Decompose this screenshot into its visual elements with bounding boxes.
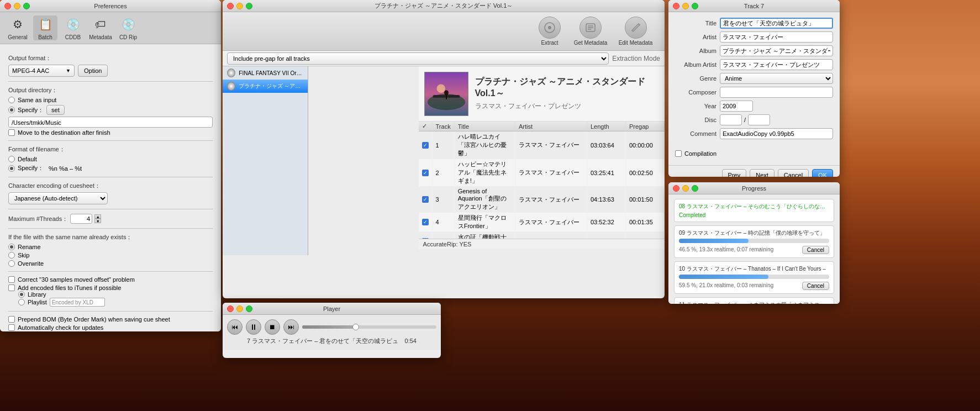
track-title-1: ハッピー☆マテリアル「魔法先生ネギま!」 [454, 159, 515, 187]
maximize-button[interactable] [23, 3, 30, 9]
format-select[interactable]: MPEG-4 AAC ▼ [8, 65, 75, 77]
track-check-0[interactable]: ✓ [422, 142, 429, 149]
form-genre-select[interactable]: Anime [720, 73, 833, 84]
set-button[interactable]: set [46, 105, 65, 115]
track7-minimize[interactable] [682, 3, 689, 9]
form-row-year: Year [675, 101, 833, 112]
compilation-checkbox[interactable] [675, 150, 682, 157]
minimize-button[interactable] [14, 3, 20, 9]
extract-button[interactable]: Extract [530, 17, 569, 46]
spinner-up[interactable]: ▲ [94, 214, 101, 219]
get-metadata-button[interactable]: Get Metadata [571, 17, 610, 46]
encoding-select[interactable]: Japanese (Auto-detect) [8, 192, 108, 204]
next-button[interactable]: Next [750, 169, 774, 177]
form-row-album: Album [675, 45, 833, 56]
player-rewind[interactable]: ⏮ [227, 319, 243, 335]
source-item-0[interactable]: FINAL FANTASY VII Origi... [223, 66, 308, 80]
track-check-2[interactable]: ✓ [422, 196, 429, 203]
form-title-input[interactable] [720, 18, 833, 29]
track-length-2: 04:13:63 [587, 187, 626, 213]
form-album-artist-input[interactable] [720, 59, 833, 70]
player-minimize[interactable] [236, 305, 243, 312]
progress-cancel-1[interactable]: Cancel [802, 246, 829, 254]
svg-point-10 [444, 90, 449, 96]
form-album-input[interactable] [720, 45, 833, 56]
checkbox-itunes-box [8, 284, 15, 291]
track-row-1[interactable]: ✓2ハッピー☆マテリアル「魔法先生ネギま!」ラスマス・フェイバー03:25:41… [419, 159, 665, 187]
radio-overwrite[interactable]: Overwrite [8, 260, 213, 267]
form-disc-input2[interactable] [748, 114, 770, 125]
source-item-1[interactable]: プラチナ・ジャズ ～アニメ... [223, 80, 308, 93]
track-row-0[interactable]: ✓1ハレ晴レユカイ「涼宮ハルヒの憂鬱」ラスマス・フェイバー03:03:6400:… [419, 131, 665, 159]
close-button[interactable] [4, 3, 11, 9]
form-year-input[interactable] [720, 101, 753, 112]
progress-item-1-footer: 46.5 %, 19.3x realtime, 0:07 remaining C… [679, 245, 829, 254]
toolbar-general[interactable]: ⚙ General [6, 15, 30, 40]
track-check-1[interactable]: ✓ [422, 170, 429, 176]
form-year-label: Year [675, 103, 716, 109]
main-minimize-button[interactable] [236, 3, 243, 9]
form-disc-input1[interactable] [720, 114, 742, 125]
player-forward[interactable]: ⏭ [283, 319, 299, 335]
form-comment-input[interactable] [720, 128, 833, 139]
ok-button[interactable]: OK [812, 169, 833, 177]
track-row-3[interactable]: ✓4星間飛行「マクロスFrontier」ラスマス・フェイバー03:52:3200… [419, 213, 665, 232]
player-maximize[interactable] [246, 305, 252, 312]
track-row-2[interactable]: ✓3Genesis of Aquarion「創聖のアクエリオン」ラスマス・フェイ… [419, 187, 665, 213]
radio-same-circle [8, 97, 15, 103]
player-progress-track[interactable] [302, 325, 436, 329]
checkbox-move[interactable]: Move to the destination after finish [8, 129, 213, 136]
track7-maximize[interactable] [692, 3, 698, 9]
progress-minimize[interactable] [682, 185, 689, 192]
radio-specify2[interactable]: Specify： %n %a – %t [8, 164, 213, 172]
edit-metadata-button[interactable]: Edit Metadata [612, 17, 659, 46]
progress-cancel-2[interactable]: Cancel [802, 282, 829, 290]
track-length-0: 03:03:64 [587, 131, 626, 159]
main-maximize-button[interactable] [246, 3, 252, 9]
toolbar-cddb[interactable]: 💿 CDDB [61, 15, 85, 40]
main-titlebar: プラチナ・ジャズ ～アニメ・スタンダード Vol.1～ [223, 0, 665, 12]
toolbar-metadata[interactable]: 🏷 Metadata [88, 15, 113, 40]
checkbox-auto-update[interactable]: Automatically check for updates [8, 324, 213, 331]
disc-icon-0 [227, 68, 235, 77]
extraction-mode-select[interactable]: Include pre-gap for all tracks [227, 52, 609, 65]
radio-same-as-input[interactable]: Same as input [8, 97, 213, 103]
checkbox-move-box [8, 129, 15, 136]
track-row-4[interactable]: ✓5水の証「機動戦士ガンダムSEED」ラスマス・フェイバー06:15:4300:… [419, 232, 665, 239]
track-artist-4: ラスマス・フェイバー [515, 232, 587, 239]
path-field[interactable]: /Users/tmkk/Music [8, 117, 213, 128]
toolbar-cdrip[interactable]: 💿 CD Rip [116, 15, 140, 40]
prev-button[interactable]: Prev [722, 169, 747, 177]
track7-close[interactable] [673, 3, 679, 9]
checkbox-bom[interactable]: Prepend BOM (Byte Order Mark) when savin… [8, 316, 213, 323]
spinner-down[interactable]: ▼ [94, 219, 101, 223]
player-pause[interactable]: ⏸ [246, 319, 261, 335]
track-num-1: 2 [432, 159, 454, 187]
track-title-0: ハレ晴レユカイ「涼宮ハルヒの憂鬱」 [454, 131, 515, 159]
toolbar-batch[interactable]: 📋 Batch [33, 15, 57, 40]
player-stop[interactable]: ⏹ [265, 319, 280, 335]
progress-item-1: 09 ラスマス・フェイバー – 時の記憶「僕の地球を守って」 46.5 %, 1… [674, 225, 834, 258]
radio-playlist[interactable]: Playlist [18, 298, 213, 307]
radio-specify[interactable]: Specify： set [8, 105, 213, 115]
progress-close[interactable] [673, 185, 679, 192]
radio-rename[interactable]: Rename [8, 244, 213, 250]
checkbox-itunes[interactable]: Add encoded files to iTunes if possible [8, 284, 213, 291]
radio-default[interactable]: Default [8, 156, 213, 162]
form-artist-input[interactable] [720, 31, 833, 43]
form-row-album-artist: Album Artist [675, 59, 833, 70]
track-check-3[interactable]: ✓ [422, 219, 429, 225]
max-threads-input[interactable] [70, 214, 92, 224]
progress-maximize[interactable] [692, 185, 698, 192]
radio-library[interactable]: Library [18, 291, 213, 298]
main-close-button[interactable] [227, 3, 234, 9]
option-button[interactable]: Option [78, 65, 108, 77]
album-info: プラチナ・ジャズ ～アニメ・スタンダード Vol.1～ ラスマス・フェイバー・プ… [475, 72, 659, 115]
radio-skip[interactable]: Skip [8, 252, 213, 259]
track-table-container[interactable]: ✓ Track Title Artist Length Pregap ✓1ハレ晴… [419, 122, 665, 239]
playlist-input[interactable] [50, 298, 105, 307]
checkbox-correct[interactable]: Correct "30 samples moved offset" proble… [8, 276, 213, 283]
form-composer-input[interactable] [720, 87, 833, 98]
cancel-button[interactable]: Cancel [778, 169, 809, 177]
player-close[interactable] [227, 305, 234, 312]
